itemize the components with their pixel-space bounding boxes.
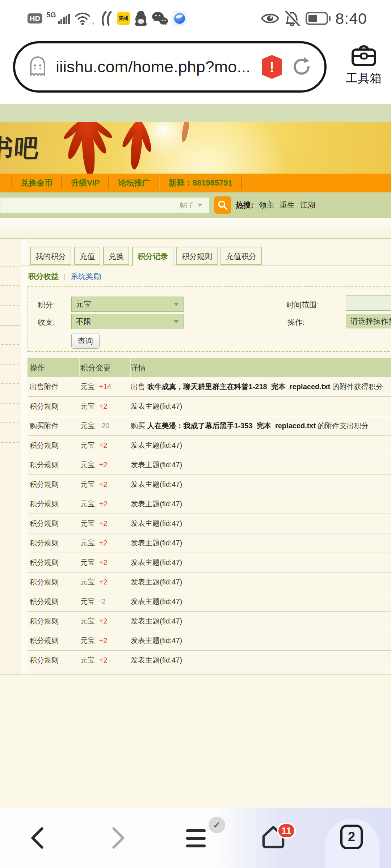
subnav-separator: | bbox=[64, 272, 66, 280]
browser-chrome: iiishu.com/home.php?mo... ! 工具箱 bbox=[0, 36, 391, 104]
tab-credit-records[interactable]: 积分记录 bbox=[132, 247, 173, 266]
hot-keyword[interactable]: 江湖 bbox=[300, 200, 315, 210]
row-currency: 元宝 bbox=[80, 441, 95, 449]
row-detail: 发表主题(fid:47) bbox=[131, 460, 391, 470]
row-op: 积分规则 bbox=[28, 480, 80, 489]
row-detail-prefix: 发表主题(fid:47) bbox=[131, 402, 182, 410]
row-detail: 发表主题(fid:47) bbox=[131, 480, 391, 489]
row-detail-prefix: 发表主题(fid:47) bbox=[131, 519, 182, 527]
row-detail: 购买 人在美漫：我成了幕后黑手1-353_完本_replaced.txt 的附件… bbox=[131, 421, 391, 431]
row-detail-prefix: 发表主题(fid:47) bbox=[131, 597, 182, 605]
menu-button[interactable] bbox=[185, 829, 206, 848]
tab-exchange[interactable]: 兑换 bbox=[103, 247, 129, 265]
tab-credit-rules[interactable]: 积分规则 bbox=[176, 247, 218, 265]
sidebar-strip bbox=[0, 239, 21, 675]
row-change: 元宝 +2 bbox=[80, 480, 131, 489]
row-change-value: -20 bbox=[99, 422, 110, 430]
table-header: 操作 积分变更 详情 bbox=[28, 358, 391, 377]
toolbox-button[interactable]: 工具箱 bbox=[337, 43, 391, 86]
url-text[interactable]: iiishu.com/home.php?mo... bbox=[56, 58, 262, 76]
table-row: 积分规则 元宝 +2 发表主题(fid:47) bbox=[28, 573, 391, 592]
sidebar-dash bbox=[1, 442, 19, 443]
back-button[interactable] bbox=[28, 826, 50, 850]
security-warning-icon[interactable]: ! bbox=[262, 55, 282, 79]
inout-select[interactable]: 不限 bbox=[71, 314, 184, 329]
refresh-icon[interactable] bbox=[291, 56, 312, 77]
table-row: 积分规则 元宝 +2 发表主题(fid:47) bbox=[28, 475, 391, 494]
briefcase-icon bbox=[350, 43, 378, 67]
search-button[interactable] bbox=[214, 196, 231, 214]
tab-recharge[interactable]: 充值 bbox=[74, 247, 100, 265]
search-input[interactable]: 帖子 bbox=[0, 197, 209, 213]
url-bar[interactable]: iiishu.com/home.php?mo... ! bbox=[13, 41, 327, 93]
maple-leaf-decoration bbox=[54, 122, 210, 174]
row-change: 元宝 +2 bbox=[80, 655, 131, 665]
header-green-strip bbox=[0, 104, 391, 122]
row-op: 积分规则 bbox=[28, 460, 80, 470]
row-change: 元宝 +2 bbox=[80, 519, 131, 528]
filter-form: 积分: 元宝 时间范围: 收支: 不限 操作: 请选择操作类型 查询 bbox=[28, 286, 391, 352]
row-change: 元宝 -2 bbox=[80, 597, 131, 607]
nav-item-upgrade-vip[interactable]: 升级VIP bbox=[62, 178, 108, 188]
subnav-system-reward[interactable]: 系统奖励 bbox=[71, 271, 101, 281]
row-detail-bold: 人在美漫：我成了幕后黑手1-353_完本_replaced.txt bbox=[147, 422, 316, 430]
network-5g-label: 5G bbox=[46, 11, 56, 19]
status-left-icons: HD 5G 4 美团 bbox=[28, 10, 187, 27]
battery-half-icon bbox=[306, 11, 331, 26]
tab-count-button[interactable]: 2 bbox=[340, 825, 363, 849]
nav-item-new-group[interactable]: 新群：881985791 bbox=[160, 178, 241, 188]
tab-my-credits[interactable]: 我的积分 bbox=[30, 247, 71, 265]
search-type-label: 帖子 bbox=[180, 200, 194, 210]
row-change: 元宝 +2 bbox=[80, 538, 131, 548]
row-detail-prefix: 发表主题(fid:47) bbox=[131, 617, 182, 625]
wechat-icon bbox=[152, 11, 168, 26]
row-op: 积分规则 bbox=[28, 499, 80, 509]
hot-keyword[interactable]: 领主 bbox=[259, 200, 274, 210]
browser-bottom-bar: ✓ 11 2 bbox=[0, 808, 391, 868]
row-currency: 元宝 bbox=[80, 402, 95, 410]
row-currency: 元宝 bbox=[80, 539, 95, 547]
nav-item-exchange-coins[interactable]: 兑换金币 bbox=[12, 178, 61, 188]
score-label: 积分: bbox=[38, 297, 55, 312]
row-currency: 元宝 bbox=[80, 422, 95, 430]
tab-recharge-credits[interactable]: 充值积分 bbox=[220, 247, 262, 265]
action-select[interactable]: 请选择操作类型 bbox=[346, 314, 391, 328]
row-currency: 元宝 bbox=[80, 637, 95, 644]
row-detail-prefix: 发表主题(fid:47) bbox=[131, 461, 182, 469]
row-op: 积分规则 bbox=[28, 401, 80, 411]
table-row: 出售附件 元宝 +14 出售 吹牛成真，聊天群里群主在科普1-218_完本_re… bbox=[28, 377, 391, 397]
row-change: 元宝 +2 bbox=[80, 401, 131, 411]
row-currency: 元宝 bbox=[80, 500, 95, 508]
row-currency: 元宝 bbox=[80, 383, 95, 391]
row-detail: 发表主题(fid:47) bbox=[131, 577, 391, 587]
row-detail: 发表主题(fid:47) bbox=[131, 558, 391, 567]
table-row: 积分规则 元宝 +2 发表主题(fid:47) bbox=[28, 631, 391, 651]
score-select[interactable]: 元宝 bbox=[71, 297, 184, 312]
col-header-op: 操作 bbox=[28, 363, 80, 373]
status-right-icons: 8:40 bbox=[261, 9, 367, 27]
records-table-body: 出售附件 元宝 +14 出售 吹牛成真，聊天群里群主在科普1-218_完本_re… bbox=[28, 377, 391, 670]
credit-tabs: 我的积分 充值 兑换 积分记录 积分规则 充值积分 bbox=[30, 247, 262, 266]
time-range-input[interactable] bbox=[346, 295, 391, 311]
wifi-sub-label: 4 bbox=[92, 21, 94, 26]
col-header-detail: 详情 bbox=[131, 363, 391, 373]
sidebar-dash bbox=[1, 422, 19, 423]
subnav-credit-income[interactable]: 积分收益 bbox=[28, 271, 59, 281]
forward-button[interactable] bbox=[106, 826, 128, 850]
hot-search-label: 热搜: bbox=[236, 200, 253, 210]
table-row: 积分规则 元宝 +2 发表主题(fid:47) bbox=[28, 651, 391, 670]
row-detail: 发表主题(fid:47) bbox=[131, 616, 391, 626]
action-label: 操作: bbox=[287, 315, 305, 330]
row-op: 积分规则 bbox=[28, 558, 80, 567]
query-button[interactable]: 查询 bbox=[71, 333, 100, 349]
sidebar-dash bbox=[1, 266, 19, 267]
search-type-dropdown[interactable]: 帖子 bbox=[180, 200, 209, 210]
row-change-value: +2 bbox=[99, 519, 108, 527]
hot-keyword[interactable]: 重生 bbox=[279, 200, 295, 210]
row-detail-prefix: 发表主题(fid:47) bbox=[131, 500, 182, 508]
status-bar: HD 5G 4 美团 bbox=[0, 0, 391, 36]
nav-item-forum-promo[interactable]: 论坛推广 bbox=[109, 178, 159, 188]
row-op: 积分规则 bbox=[28, 577, 80, 587]
row-detail: 发表主题(fid:47) bbox=[131, 441, 391, 450]
row-change-value: +2 bbox=[99, 656, 108, 664]
